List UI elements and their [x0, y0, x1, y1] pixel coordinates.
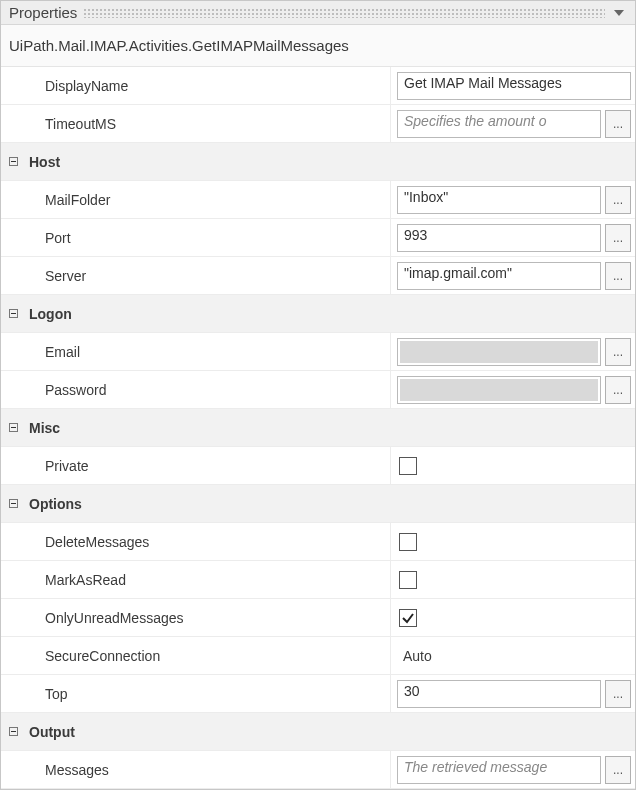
panel-title: Properties	[9, 4, 77, 21]
section-misc-title: Misc	[25, 409, 390, 446]
expand-password[interactable]: ...	[605, 376, 631, 404]
collapse-icon	[9, 157, 18, 166]
label-only-unread-messages: OnlyUnreadMessages	[25, 599, 390, 636]
row-messages: Messages The retrieved message ...	[1, 751, 635, 789]
row-password: Password ...	[1, 371, 635, 409]
expand-timeout-ms[interactable]: ...	[605, 110, 631, 138]
collapse-icon	[9, 727, 18, 736]
expand-mail-folder[interactable]: ...	[605, 186, 631, 214]
expand-messages[interactable]: ...	[605, 756, 631, 784]
row-private: Private	[1, 447, 635, 485]
checkbox-delete-messages[interactable]	[399, 533, 417, 551]
section-output[interactable]: Output	[1, 713, 635, 751]
panel-grip	[83, 8, 605, 18]
checkbox-private[interactable]	[399, 457, 417, 475]
section-misc[interactable]: Misc	[1, 409, 635, 447]
row-top: Top 30 ...	[1, 675, 635, 713]
section-host[interactable]: Host	[1, 143, 635, 181]
row-timeout-ms: TimeoutMS Specifies the amount o ...	[1, 105, 635, 143]
row-delete-messages: DeleteMessages	[1, 523, 635, 561]
properties-panel: Properties UiPath.Mail.IMAP.Activities.G…	[0, 0, 636, 790]
expand-port[interactable]: ...	[605, 224, 631, 252]
input-server[interactable]: "imap.gmail.com"	[397, 262, 601, 290]
label-email: Email	[25, 333, 390, 370]
section-logon-title: Logon	[25, 295, 390, 332]
collapse-icon	[9, 499, 18, 508]
expand-server[interactable]: ...	[605, 262, 631, 290]
label-delete-messages: DeleteMessages	[25, 523, 390, 560]
label-server: Server	[25, 257, 390, 294]
panel-header: Properties	[1, 1, 635, 25]
input-top[interactable]: 30	[397, 680, 601, 708]
expand-email[interactable]: ...	[605, 338, 631, 366]
activity-full-name: UiPath.Mail.IMAP.Activities.GetIMAPMailM…	[1, 25, 635, 67]
input-email[interactable]	[397, 338, 601, 366]
expand-top[interactable]: ...	[605, 680, 631, 708]
label-private: Private	[25, 447, 390, 484]
input-port[interactable]: 993	[397, 224, 601, 252]
row-mail-folder: MailFolder "Inbox" ...	[1, 181, 635, 219]
label-messages: Messages	[25, 751, 390, 788]
chevron-down-icon	[614, 10, 624, 16]
section-logon[interactable]: Logon	[1, 295, 635, 333]
section-output-title: Output	[25, 713, 390, 750]
checkmark-icon	[401, 611, 415, 625]
label-port: Port	[25, 219, 390, 256]
checkbox-only-unread-messages[interactable]	[399, 609, 417, 627]
row-mark-as-read: MarkAsRead	[1, 561, 635, 599]
section-host-title: Host	[25, 143, 390, 180]
label-password: Password	[25, 371, 390, 408]
label-secure-connection: SecureConnection	[25, 637, 390, 674]
input-timeout-ms[interactable]: Specifies the amount o	[397, 110, 601, 138]
row-email: Email ...	[1, 333, 635, 371]
row-server: Server "imap.gmail.com" ...	[1, 257, 635, 295]
collapse-icon	[9, 423, 18, 432]
input-display-name[interactable]: Get IMAP Mail Messages	[397, 72, 631, 100]
label-display-name: DisplayName	[25, 67, 390, 104]
input-mail-folder[interactable]: "Inbox"	[397, 186, 601, 214]
input-password[interactable]	[397, 376, 601, 404]
row-display-name: DisplayName Get IMAP Mail Messages	[1, 67, 635, 105]
section-options[interactable]: Options	[1, 485, 635, 523]
label-top: Top	[25, 675, 390, 712]
panel-menu-button[interactable]	[611, 5, 627, 21]
label-timeout-ms: TimeoutMS	[25, 105, 390, 142]
checkbox-mark-as-read[interactable]	[399, 571, 417, 589]
label-mark-as-read: MarkAsRead	[25, 561, 390, 598]
collapse-icon	[9, 309, 18, 318]
value-secure-connection[interactable]: Auto	[397, 648, 432, 664]
row-port: Port 993 ...	[1, 219, 635, 257]
row-secure-connection: SecureConnection Auto	[1, 637, 635, 675]
input-messages[interactable]: The retrieved message	[397, 756, 601, 784]
section-options-title: Options	[25, 485, 390, 522]
row-only-unread-messages: OnlyUnreadMessages	[1, 599, 635, 637]
properties-grid: DisplayName Get IMAP Mail Messages Timeo…	[1, 67, 635, 789]
label-mail-folder: MailFolder	[25, 181, 390, 218]
